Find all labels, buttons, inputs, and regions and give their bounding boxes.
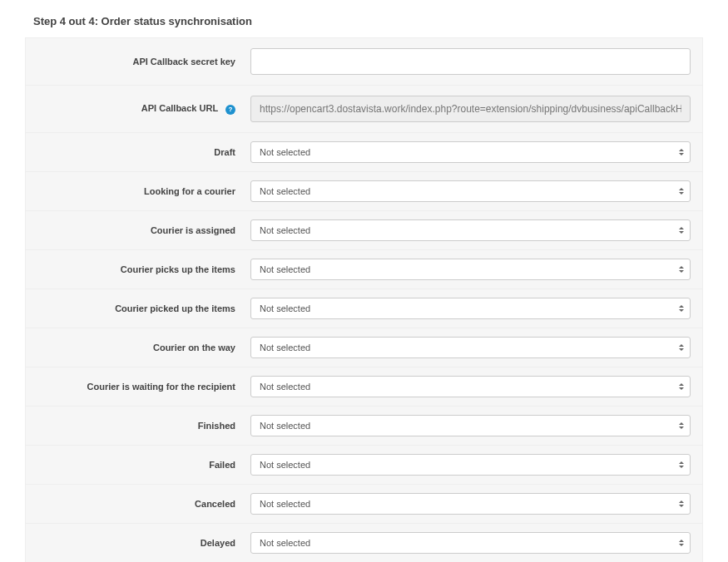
select-status-courier-on-way[interactable]: Not selected [250, 337, 691, 358]
label-status-courier-on-way: Courier on the way [37, 343, 250, 352]
select-display-courier-picks-up: Not selected [250, 259, 691, 280]
select-display-courier-on-way: Not selected [250, 337, 691, 358]
select-status-canceled[interactable]: Not selected [250, 493, 691, 515]
select-status-courier-picks-up[interactable]: Not selected [250, 259, 691, 280]
select-status-looking-for-courier[interactable]: Not selected [250, 180, 691, 202]
row-status-courier-picks-up: Courier picks up the items Not selected [26, 250, 702, 289]
select-status-delayed[interactable]: Not selected [250, 532, 691, 554]
select-display-delayed: Not selected [250, 532, 691, 554]
select-display-courier-picked-up: Not selected [250, 298, 691, 319]
label-status-finished: Finished [37, 421, 250, 431]
row-status-finished: Finished Not selected [26, 407, 702, 446]
select-display-courier-waiting: Not selected [250, 376, 691, 397]
row-status-canceled: Canceled Not selected [26, 485, 702, 524]
select-display-failed: Not selected [250, 454, 691, 476]
label-api-secret-key: API Callback secret key [37, 57, 250, 67]
row-status-courier-waiting: Courier is waiting for the recipient Not… [26, 367, 702, 407]
input-api-callback-url [250, 96, 691, 122]
row-api-secret-key: API Callback secret key [26, 38, 702, 86]
input-api-secret-key[interactable] [250, 48, 691, 75]
label-status-courier-waiting: Courier is waiting for the recipient [37, 382, 250, 392]
row-status-delayed: Delayed Not selected [26, 524, 702, 562]
row-status-failed: Failed Not selected [26, 446, 702, 485]
page-title: Step 4 out 4: Order status synchronisati… [25, 8, 703, 37]
label-status-canceled: Canceled [37, 499, 250, 509]
label-status-draft: Draft [37, 147, 250, 157]
label-api-callback-url-text: API Callback URL [141, 103, 218, 113]
label-status-courier-picked-up: Courier picked up the items [37, 303, 250, 313]
row-api-callback-url: API Callback URL ? [26, 86, 702, 133]
row-status-looking-for-courier: Looking for a courier Not selected [26, 172, 702, 211]
label-status-courier-picks-up: Courier picks up the items [37, 264, 250, 274]
select-display-looking-for-courier: Not selected [250, 180, 691, 202]
select-display-finished: Not selected [250, 415, 691, 436]
label-status-delayed: Delayed [37, 538, 250, 548]
label-status-failed: Failed [37, 460, 250, 470]
select-status-finished[interactable]: Not selected [250, 415, 691, 436]
label-api-callback-url: API Callback URL ? [37, 103, 250, 114]
select-status-failed[interactable]: Not selected [250, 454, 691, 476]
row-status-draft: Draft Not selected [26, 133, 702, 172]
form-panel: API Callback secret key API Callback URL… [25, 37, 703, 562]
select-status-courier-assigned[interactable]: Not selected [250, 219, 691, 241]
row-status-courier-picked-up: Courier picked up the items Not selected [26, 289, 702, 328]
select-status-courier-picked-up[interactable]: Not selected [250, 298, 691, 319]
select-status-courier-waiting[interactable]: Not selected [250, 376, 691, 397]
select-display-canceled: Not selected [250, 493, 691, 515]
label-status-looking-for-courier: Looking for a courier [37, 186, 250, 196]
select-display-draft: Not selected [250, 141, 691, 163]
help-icon[interactable]: ? [225, 105, 235, 115]
row-status-courier-assigned: Courier is assigned Not selected [26, 211, 702, 250]
select-status-draft[interactable]: Not selected [250, 141, 691, 163]
select-display-courier-assigned: Not selected [250, 219, 691, 241]
label-status-courier-assigned: Courier is assigned [37, 225, 250, 235]
row-status-courier-on-way: Courier on the way Not selected [26, 328, 702, 367]
